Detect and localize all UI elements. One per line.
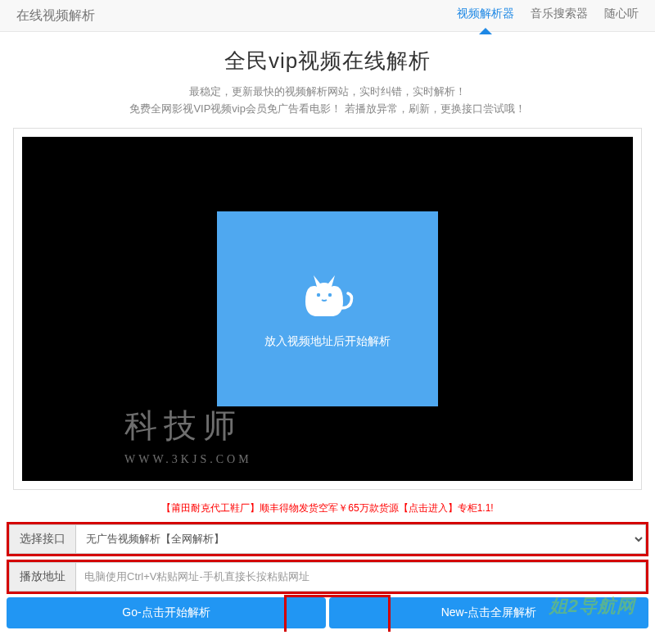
nav-link-listen[interactable]: 随心听	[604, 7, 639, 25]
page-title: 全民vip视频在线解析	[0, 47, 655, 75]
svg-point-0	[317, 293, 320, 296]
nav-link-music[interactable]: 音乐搜索器	[531, 7, 588, 25]
address-label: 播放地址	[9, 562, 75, 592]
watermark-main: 科技师	[124, 403, 252, 448]
interface-label: 选择接口	[9, 524, 75, 554]
subtitle: 最稳定，更新最快的视频解析网站，实时纠错，实时解析！ 免费全网影视VIP视频vi…	[0, 84, 655, 118]
subtitle-line1: 最稳定，更新最快的视频解析网站，实时纠错，实时解析！	[0, 84, 655, 101]
button-row: Go-点击开始解析 New-点击全屏解析	[7, 597, 648, 628]
navbar-brand: 在线视频解析	[16, 7, 95, 25]
player-content: 放入视频地址后开始解析	[217, 211, 438, 406]
subtitle-line2: 免费全网影视VIP视频vip会员免广告看电影！ 若播放异常，刷新，更换接口尝试哦…	[0, 101, 655, 118]
interface-select[interactable]: 无广告视频解析【全网解析】	[75, 524, 646, 554]
navbar: 在线视频解析 视频解析器 音乐搜索器 随心听	[0, 0, 655, 32]
address-input[interactable]	[75, 562, 646, 592]
fullscreen-button[interactable]: New-点击全屏解析	[329, 597, 648, 628]
ad-text[interactable]: 【莆田耐克代工鞋厂】顺丰得物发货空军￥65万款货源【点击进入】专柜1.1!	[0, 501, 655, 515]
player-prompt: 放入视频地址后开始解析	[264, 334, 391, 349]
interface-row: 选择接口 无广告视频解析【全网解析】	[7, 522, 648, 556]
svg-point-1	[328, 293, 332, 296]
watermark: 科技师 WWW.3KJS.COM	[124, 403, 252, 466]
nav-links: 视频解析器 音乐搜索器 随心听	[457, 7, 639, 25]
nav-link-parser[interactable]: 视频解析器	[457, 7, 514, 25]
cat-icon	[299, 269, 356, 321]
go-button[interactable]: Go-点击开始解析	[7, 597, 326, 628]
player-area: 放入视频地址后开始解析 科技师 WWW.3KJS.COM	[22, 137, 633, 481]
player-frame: 放入视频地址后开始解析 科技师 WWW.3KJS.COM	[13, 128, 642, 490]
address-row: 播放地址	[7, 560, 648, 594]
watermark-sub: WWW.3KJS.COM	[124, 453, 252, 466]
